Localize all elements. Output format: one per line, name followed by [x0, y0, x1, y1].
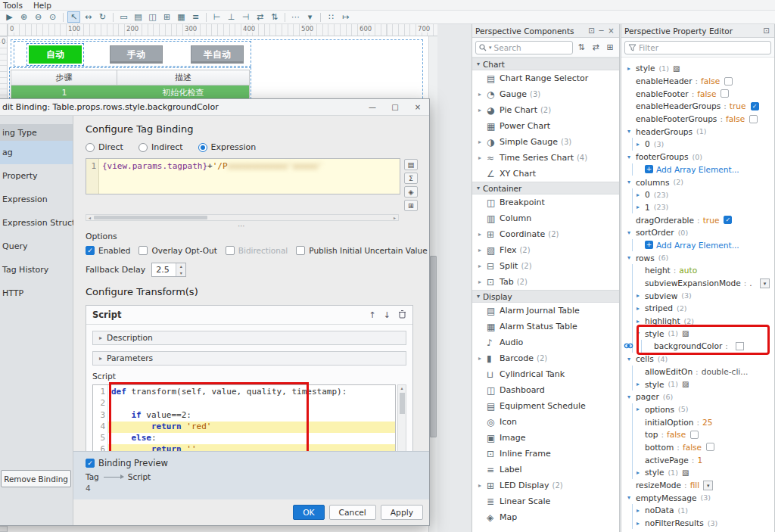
component-item-power-chart[interactable]: ▦Power Chart — [472, 118, 619, 134]
color-swatch[interactable] — [736, 342, 744, 350]
property-row-initialoption-28[interactable]: initialOption:25 — [621, 415, 774, 428]
value-checkbox[interactable]: ✓ — [751, 102, 759, 110]
float-panel-icon[interactable]: ⊡ — [587, 26, 596, 35]
component-item-tab[interactable]: ▸⊡Tab(2) — [472, 274, 619, 290]
delete-transform-icon[interactable] — [398, 310, 406, 321]
collapse-icon[interactable]: ▾ — [477, 185, 480, 191]
ok-button[interactable]: OK — [293, 505, 324, 520]
property-row-emptymessage-34[interactable]: ▾emptyMessage(3) — [621, 491, 774, 504]
dropdown-icon[interactable]: ▾ — [703, 481, 713, 490]
property-row-enableheader-1[interactable]: enableHeader:false — [621, 75, 774, 88]
expand-icon[interactable]: ▸ — [478, 482, 487, 489]
component-item-alarm-status-table[interactable]: ▦Alarm Status Table — [472, 319, 619, 334]
menu-help[interactable]: Help — [33, 1, 51, 10]
expand-icon[interactable]: ▸ — [636, 305, 645, 312]
apply-button[interactable]: Apply — [381, 505, 423, 520]
binding-link-icon[interactable] — [624, 342, 633, 351]
zoom-in-icon[interactable]: ⊕ — [17, 11, 30, 23]
text-icon[interactable]: ≡ — [189, 11, 202, 23]
component-item-barcode[interactable]: ▸▮Barcode(2) — [472, 350, 619, 366]
expand-icon[interactable]: ▸ — [478, 107, 487, 114]
component-item-cylindrical-tank[interactable]: ⊔Cylindrical Tank — [472, 366, 619, 382]
code-lines[interactable]: def transform(self, value, quality, time… — [108, 385, 395, 451]
expand-icon[interactable]: ▸ — [636, 406, 645, 412]
expand-icon[interactable]: ▾ — [627, 254, 636, 261]
property-row-subview-18[interactable]: ▸subview(3) — [621, 289, 774, 302]
component-item-xy-chart[interactable]: ∠XY Chart — [472, 166, 619, 182]
property-row-style-0[interactable]: ▸style(1)▨ — [621, 62, 774, 75]
script-code-editor[interactable]: 123456 def transform(self, value, qualit… — [92, 384, 396, 451]
property-row-options-27[interactable]: ▸options(5) — [621, 403, 774, 416]
expand-icon[interactable]: ▸ — [636, 469, 645, 476]
component-item-linear-scale[interactable]: ≣Linear Scale — [472, 493, 619, 509]
property-row-enablefooter-2[interactable]: enableFooter:false — [621, 87, 774, 100]
operators-icon[interactable]: ⊞ — [404, 200, 418, 211]
component-item-alarm-journal-table[interactable]: ▤Alarm Journal Table — [472, 303, 619, 319]
distribute-vertical-icon[interactable]: ⇅ — [268, 11, 281, 23]
play-icon[interactable]: ▶ — [3, 11, 16, 23]
float-panel-icon[interactable]: ⊡ — [761, 26, 771, 35]
remove-binding-button[interactable]: Remove Binding — [1, 470, 71, 487]
property-row-sortorder-13[interactable]: ▾sortOrder(0) — [621, 226, 774, 239]
component-item-led-display[interactable]: ▸⊞LED Display(2) — [472, 478, 619, 493]
property-row-subviewexpansionmode-17[interactable]: subviewExpansionMode:.▾ — [621, 277, 774, 290]
zoom-actual-icon[interactable]: ⊙ — [46, 11, 59, 23]
dialog-titlebar[interactable]: dit Binding: Table.props.rows.style.back… — [0, 99, 429, 116]
component-item-image[interactable]: ▣Image — [472, 430, 619, 446]
fallback-delay-input[interactable]: 2.5 ▴ ▾ — [151, 263, 186, 277]
expand-icon[interactable]: ▸ — [627, 65, 636, 72]
property-row-cells-23[interactable]: ▾cells(4) — [621, 353, 774, 366]
scroll-left-icon[interactable]: ◂ — [86, 215, 93, 220]
expand-icon[interactable]: ▾ — [627, 356, 636, 362]
property-row-striped-19[interactable]: ▸striped(2) — [621, 302, 774, 315]
property-row-add-array-element-14[interactable]: +Add Array Element... — [621, 239, 774, 252]
filter-input[interactable]: Filter — [624, 41, 771, 54]
align-left-icon[interactable]: ⊢ — [210, 11, 223, 23]
sidebar-item-query[interactable]: Query — [0, 235, 73, 258]
value-checkbox[interactable] — [706, 443, 714, 451]
split-view-icon[interactable]: ◫ — [146, 11, 159, 23]
component-item-flex[interactable]: ▸▧Flex(2) — [472, 242, 619, 258]
dropdown-icon[interactable]: ▾ — [303, 11, 316, 23]
grid-view-icon[interactable]: ⊞ — [604, 42, 616, 52]
expand-icon[interactable]: ▸ — [478, 138, 487, 145]
property-row-activepage-31[interactable]: activePage:1 — [621, 453, 774, 466]
property-row-resizemode-33[interactable]: resizeMode:fill▾ — [621, 479, 774, 492]
expand-icon[interactable]: ▾ — [627, 179, 636, 185]
expression-code[interactable]: {view.params.tagpath}+'/Pxxxxxxxxxxxx'xx… — [99, 159, 325, 194]
property-row-0-10[interactable]: ▸0(23) — [621, 188, 774, 201]
expand-icon[interactable]: ▸ — [478, 263, 487, 269]
expand-icon[interactable]: ▾ — [627, 229, 636, 236]
component-category-container[interactable]: ▾Container — [472, 182, 619, 194]
scrollbar-thumb[interactable] — [400, 393, 405, 414]
collapse-icon[interactable]: ▾ — [477, 61, 480, 67]
expand-icon[interactable]: ▾ — [627, 394, 636, 400]
property-row-style-25[interactable]: ▸style(1)▨ — [621, 378, 774, 390]
tag-icon[interactable]: ◈ — [404, 186, 418, 198]
enabled-checkbox[interactable]: ✓Enabled — [86, 246, 130, 255]
component-item-breakpoint[interactable]: ◫Breakpoint — [472, 194, 619, 210]
table-component[interactable]: 步骤描述1初始化检查 — [11, 70, 250, 100]
search-dropdown-icon[interactable]: ▾ — [489, 45, 492, 51]
parameters-section[interactable]: ▸Parameters — [92, 351, 406, 366]
menu-tools[interactable]: Tools — [3, 1, 23, 10]
expand-icon[interactable]: ▸ — [478, 91, 487, 98]
sidebar-item-expression-structure[interactable]: Expression Structure — [0, 211, 73, 235]
table-row[interactable]: 1初始化检查 — [11, 86, 249, 99]
scroll-up-icon[interactable]: ▴ — [398, 385, 406, 391]
property-row-enablefootergroups-4[interactable]: enableFooterGroups:false — [621, 113, 774, 126]
property-row-footergroups-7[interactable]: ▾footerGroups(0) — [621, 151, 774, 163]
property-row-0-6[interactable]: ▸0(3) — [621, 138, 774, 151]
component-category-display[interactable]: ▾Display — [472, 290, 619, 303]
component-item-dashboard[interactable]: ◫Dashboard — [472, 382, 619, 398]
select-tool-icon[interactable]: ↖ — [67, 11, 80, 23]
sidebar-item-tag-history[interactable]: Tag History — [0, 258, 73, 282]
direct-radio[interactable]: Direct — [86, 142, 123, 152]
property-row-style-32[interactable]: ▸style(1)▨ — [621, 466, 774, 479]
overlay-opt-out-checkbox[interactable]: Overlay Opt-Out — [139, 246, 216, 255]
canvas-button-auto[interactable]: 自动 — [29, 45, 82, 64]
property-row-add-array-element-8[interactable]: +Add Array Element... — [621, 163, 774, 176]
property-row-bottom-30[interactable]: bottom:false — [621, 441, 774, 454]
property-row-headergroups-5[interactable]: ▾headerGroups(1) — [621, 125, 774, 138]
property-row-columns-9[interactable]: ▾columns(2) — [621, 176, 774, 188]
